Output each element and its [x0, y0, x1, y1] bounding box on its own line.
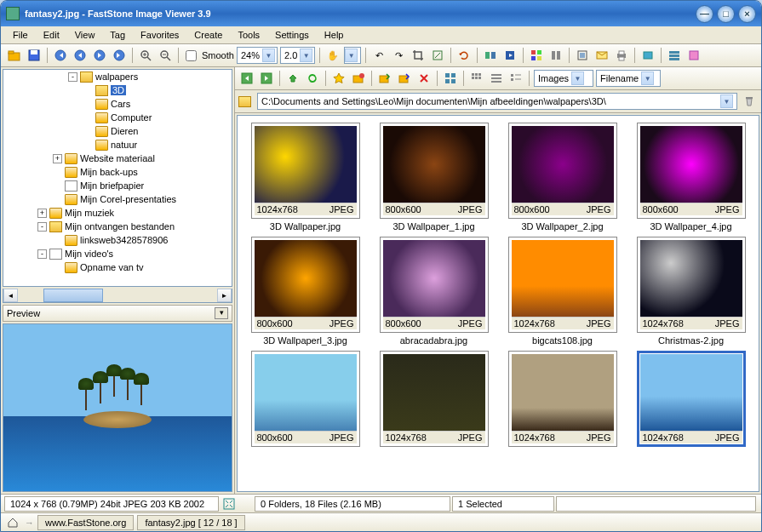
- scroll-right-icon[interactable]: ►: [217, 289, 232, 302]
- view-small-icon[interactable]: [468, 70, 485, 87]
- thumbnail[interactable]: 800x600JPEG3D Wallpaper_4.jpg: [630, 123, 752, 232]
- menu-view[interactable]: View: [68, 28, 102, 42]
- menu-edit[interactable]: Edit: [37, 28, 66, 42]
- move-to-icon[interactable]: [396, 70, 413, 87]
- smooth-checkbox[interactable]: [186, 50, 197, 61]
- new-folder-icon[interactable]: [350, 70, 367, 87]
- tree-expand-icon[interactable]: +: [37, 209, 47, 218]
- rotate-left-icon[interactable]: ↶: [370, 47, 387, 64]
- tree-node[interactable]: -Mijn video's: [3, 247, 232, 260]
- hand-tool-icon[interactable]: ✋: [324, 47, 341, 64]
- folder-tree[interactable]: -walpapers3DCarsComputerDierennatuur+Web…: [3, 69, 232, 287]
- menu-help[interactable]: Help: [318, 28, 351, 42]
- thumbnail[interactable]: 800x600JPEGabracadabra.jpg: [373, 237, 495, 346]
- tree-node[interactable]: Cars: [3, 97, 232, 111]
- nav-prev-icon[interactable]: [72, 47, 89, 64]
- tree-node[interactable]: Opname van tv: [3, 260, 232, 274]
- tree-expand-icon[interactable]: -: [68, 72, 77, 82]
- thumbnail[interactable]: 1024x768JPEGbigcats108.jpg: [501, 237, 623, 346]
- nav-last-icon[interactable]: [111, 47, 128, 64]
- tree-node[interactable]: Mijn Corel-presentaties: [3, 192, 232, 206]
- thumbnail[interactable]: 1024x768JPEG: [501, 351, 623, 449]
- tree-node[interactable]: +Mijn muziek: [3, 206, 232, 220]
- tool3-icon[interactable]: [574, 47, 591, 64]
- nav-forward-icon[interactable]: [258, 70, 275, 87]
- thumbnail[interactable]: 1024x768JPEG3D Wallpaper.jpg: [244, 123, 366, 232]
- nav-next-icon[interactable]: [91, 47, 108, 64]
- nav-first-icon[interactable]: [52, 47, 69, 64]
- copy-to-icon[interactable]: [376, 70, 393, 87]
- tree-node[interactable]: Dieren: [3, 124, 232, 138]
- thumbnail[interactable]: 1024x768JPEG: [373, 351, 495, 449]
- file-index-tab[interactable]: fantasy2.jpg [ 12 / 18 ]: [137, 515, 244, 530]
- crop-icon[interactable]: [410, 47, 427, 64]
- rotate-right-icon[interactable]: ↷: [390, 47, 407, 64]
- tree-node[interactable]: 3D: [3, 83, 232, 97]
- tree-expand-icon[interactable]: -: [37, 249, 47, 259]
- resize-icon[interactable]: [429, 47, 446, 64]
- settings-icon[interactable]: [666, 47, 683, 64]
- view-list-icon[interactable]: [488, 70, 505, 87]
- hand-dropdown[interactable]: ▼: [344, 47, 361, 64]
- tree-node[interactable]: -Mijn ontvangen bestanden: [3, 220, 232, 233]
- thumbnail[interactable]: 800x600JPEG: [244, 351, 366, 449]
- tree-node[interactable]: Mijn briefpapier: [3, 179, 232, 192]
- sort-combo[interactable]: Filename▼: [596, 70, 661, 87]
- delete-icon[interactable]: [415, 70, 433, 87]
- maximize-button[interactable]: □: [717, 5, 735, 23]
- tree-expand-icon[interactable]: -: [37, 222, 47, 232]
- tree-scrollbar[interactable]: ◄ ►: [3, 289, 232, 303]
- tree-node[interactable]: Computer: [3, 111, 232, 124]
- print-icon[interactable]: [613, 47, 630, 64]
- recycle-icon[interactable]: [741, 93, 758, 110]
- tree-node[interactable]: -walpapers: [3, 70, 232, 83]
- website-link[interactable]: www.FastStone.org: [37, 515, 134, 530]
- nav-back-icon[interactable]: [238, 70, 255, 87]
- slideshow-icon[interactable]: [501, 47, 519, 64]
- titlebar[interactable]: fantasy2.jpg - FastStone Image Viewer 3.…: [1, 1, 761, 26]
- home-icon[interactable]: [4, 514, 21, 531]
- thumbnail[interactable]: 1024x768JPEG: [630, 351, 752, 449]
- nav-up-icon[interactable]: [284, 70, 301, 87]
- menu-file[interactable]: File: [6, 28, 35, 42]
- minimize-button[interactable]: —: [696, 5, 713, 23]
- thumbnail[interactable]: 800x600JPEG3D Wallpaper_1.jpg: [373, 123, 495, 232]
- path-input[interactable]: C:\Documents and Settings\Leo\Mijn docum…: [257, 93, 737, 110]
- thumbnail[interactable]: 800x600JPEG3D Wallpaper_2.jpg: [501, 123, 623, 232]
- zoom-percent-combo[interactable]: 24%▼: [237, 47, 278, 64]
- tree-node[interactable]: linksweb3428578906: [3, 233, 232, 247]
- scroll-left-icon[interactable]: ◄: [3, 289, 18, 302]
- zoom-factor-combo[interactable]: 2.0▼: [280, 47, 315, 64]
- tool2-icon[interactable]: [547, 47, 564, 64]
- favorite-icon[interactable]: [330, 70, 347, 87]
- tree-node[interactable]: natuur: [3, 138, 232, 152]
- tool1-icon[interactable]: [528, 47, 545, 64]
- save-icon[interactable]: [26, 47, 43, 64]
- zoom-out-icon[interactable]: [157, 47, 174, 64]
- tree-node[interactable]: +Website materiaal: [3, 152, 232, 165]
- thumbnail[interactable]: 800x600JPEG3D Wallpaperl_3.jpg: [244, 237, 366, 346]
- menu-favorites[interactable]: Favorites: [134, 28, 186, 42]
- view-thumbs-icon[interactable]: [442, 70, 459, 87]
- skin-icon[interactable]: [685, 47, 702, 64]
- close-button[interactable]: ×: [738, 5, 756, 23]
- undo-icon[interactable]: [455, 47, 473, 64]
- fit-icon[interactable]: [221, 495, 238, 512]
- menu-create[interactable]: Create: [187, 28, 229, 42]
- preview-panel[interactable]: [3, 323, 232, 492]
- zoom-in-icon[interactable]: [137, 47, 154, 64]
- tree-expand-icon[interactable]: +: [53, 154, 62, 163]
- view-detail-icon[interactable]: [507, 70, 524, 87]
- menu-tools[interactable]: Tools: [231, 28, 266, 42]
- preview-toggle-button[interactable]: ▾: [215, 307, 228, 319]
- open-icon[interactable]: [6, 47, 23, 64]
- thumbnail-grid[interactable]: 1024x768JPEG3D Wallpaper.jpg800x600JPEG3…: [237, 115, 759, 492]
- menu-tag[interactable]: Tag: [103, 28, 132, 42]
- compare-icon[interactable]: [482, 47, 499, 64]
- menu-settings[interactable]: Settings: [268, 28, 316, 42]
- wallpaper-icon[interactable]: [639, 47, 656, 64]
- email-icon[interactable]: [593, 47, 610, 64]
- scroll-thumb[interactable]: [43, 289, 103, 302]
- tree-node[interactable]: Mijn back-ups: [3, 165, 232, 179]
- refresh-icon[interactable]: [304, 70, 321, 87]
